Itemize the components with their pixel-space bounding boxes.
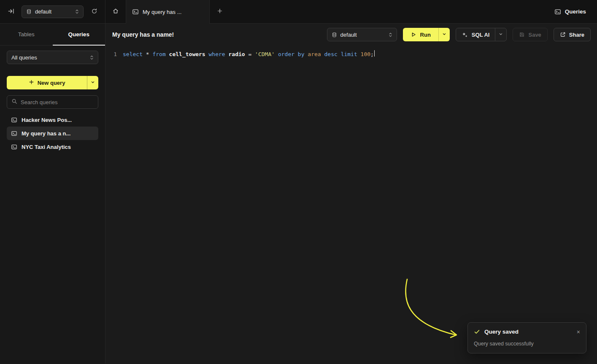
query-icon — [11, 130, 17, 137]
chevron-down-icon — [498, 32, 503, 38]
query-list-item[interactable]: Hacker News Pos... — [7, 113, 98, 127]
query-title: My query has a name! — [112, 31, 174, 38]
toast-message: Query saved successfully — [474, 341, 580, 347]
main-database-value: default — [340, 32, 357, 38]
body: Tables Queries All queries New query — [0, 24, 597, 364]
tab-strip: My query has ... — [105, 0, 230, 23]
main-panel: My query has a name! default — [105, 24, 597, 364]
line-number: 1 — [113, 50, 117, 59]
topbar: default My query has .. — [0, 0, 597, 24]
main-database-select[interactable]: default — [327, 28, 397, 41]
sql-ai-button[interactable]: SQL AI — [456, 28, 495, 41]
topbar-database-select[interactable]: default — [22, 5, 84, 18]
plus-icon — [29, 79, 34, 86]
query-filter-value: All queries — [11, 54, 37, 61]
sql-ai-split-button: SQL AI — [456, 28, 507, 41]
query-list-item-selected[interactable]: My query has a n... — [7, 127, 98, 140]
query-icon — [11, 117, 17, 123]
app-root: default My query has .. — [0, 0, 597, 364]
query-list: Hacker News Pos... My query has a n... N… — [7, 113, 98, 154]
new-query-button[interactable]: New query — [7, 76, 87, 89]
save-icon — [519, 32, 525, 38]
sql-ai-options-button[interactable] — [495, 28, 506, 41]
sidebar-tab-tables[interactable]: Tables — [0, 24, 53, 45]
query-icon — [11, 144, 17, 150]
plus-icon — [217, 8, 223, 15]
queries-panel-label: Queries — [565, 8, 586, 15]
run-label: Run — [420, 32, 431, 38]
collapse-sidebar-icon — [8, 8, 15, 16]
chevron-down-icon — [90, 80, 95, 86]
tab-label: My query has ... — [143, 9, 181, 15]
tab-my-query[interactable]: My query has ... — [126, 0, 210, 24]
share-icon — [560, 32, 566, 38]
sparkles-icon — [462, 32, 468, 38]
save-button[interactable]: Save — [513, 28, 547, 41]
database-icon — [332, 32, 337, 38]
toast-title: Query saved — [484, 329, 519, 335]
home-button[interactable] — [105, 0, 126, 23]
query-list-item[interactable]: NYC Taxi Analytics — [7, 140, 98, 154]
query-header: My query has a name! default — [105, 24, 597, 46]
select-chevrons-icon — [74, 9, 80, 14]
new-query-label: New query — [38, 80, 65, 86]
select-chevrons-icon — [89, 55, 95, 60]
share-button[interactable]: Share — [554, 28, 591, 41]
query-icon — [132, 8, 139, 15]
sidebar-body: All queries New query — [0, 46, 105, 154]
database-icon — [26, 9, 32, 14]
header-actions: default Run — [327, 28, 591, 41]
refresh-icon — [91, 8, 97, 16]
toast-close-button[interactable]: × — [577, 329, 580, 335]
sidebar-tabs: Tables Queries — [0, 24, 105, 46]
search-queries-input[interactable] — [21, 99, 94, 105]
topbar-right: Queries — [554, 0, 597, 23]
toast-query-saved: Query saved × Query saved successfully — [467, 322, 586, 353]
sql-ai-label: SQL AI — [472, 32, 490, 38]
refresh-button[interactable] — [88, 6, 100, 18]
save-label: Save — [528, 32, 541, 38]
chevron-down-icon — [442, 32, 447, 38]
query-item-label: My query has a n... — [22, 130, 70, 137]
collapse-sidebar-button[interactable] — [5, 6, 17, 18]
home-icon — [112, 8, 119, 16]
sql-editor[interactable]: 1 select * from cell_towers where radio … — [105, 46, 597, 59]
text-cursor — [374, 50, 375, 57]
share-label: Share — [569, 32, 584, 38]
topbar-database-value: default — [35, 8, 51, 15]
queries-panel-button[interactable]: Queries — [554, 8, 586, 15]
check-icon — [474, 329, 480, 335]
select-chevrons-icon — [388, 32, 393, 38]
topbar-left: default — [0, 0, 105, 23]
run-options-button[interactable] — [438, 28, 450, 41]
toast-header: Query saved × — [474, 329, 580, 335]
sidebar: Tables Queries All queries New query — [0, 24, 105, 364]
new-query-split-button: New query — [7, 76, 98, 89]
play-icon — [411, 32, 416, 38]
search-icon — [11, 98, 17, 106]
sidebar-tab-queries[interactable]: Queries — [53, 24, 105, 45]
query-item-label: Hacker News Pos... — [22, 117, 72, 123]
new-tab-button[interactable] — [210, 0, 230, 23]
query-item-label: NYC Taxi Analytics — [22, 144, 71, 150]
query-filter-select[interactable]: All queries — [7, 51, 98, 64]
run-button[interactable]: Run — [403, 28, 438, 41]
search-queries-box — [7, 95, 98, 109]
new-query-menu-button[interactable] — [87, 76, 98, 89]
sql-code-line[interactable]: select * from cell_towers where radio = … — [123, 50, 374, 59]
run-split-button: Run — [403, 28, 450, 41]
queries-icon — [554, 8, 561, 15]
